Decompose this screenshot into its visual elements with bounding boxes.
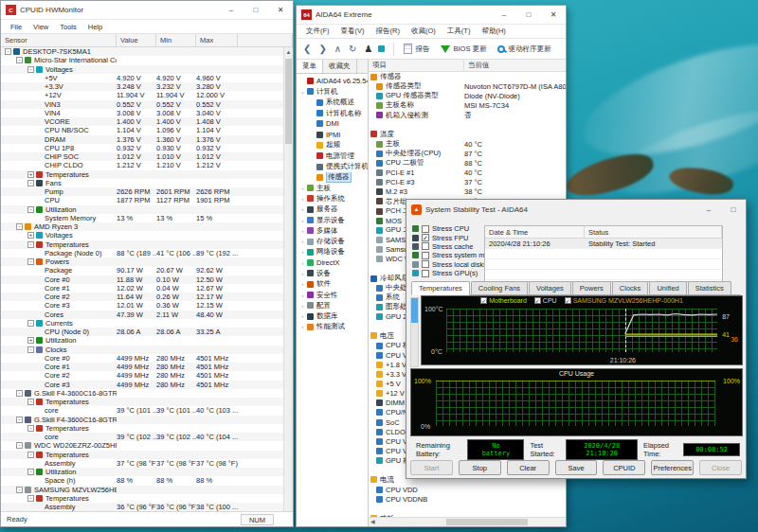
collapse-icon[interactable]: - bbox=[16, 487, 23, 493]
table-row[interactable]: +Utilization bbox=[1, 336, 293, 345]
chevron-right-icon[interactable]: › bbox=[298, 186, 307, 191]
tree-item[interactable]: IPMI bbox=[297, 129, 368, 139]
collapse-icon[interactable]: - bbox=[27, 320, 34, 327]
table-row[interactable]: Cores47.39 W2.11 W48.40 W bbox=[1, 310, 293, 319]
table-row[interactable]: -WDC WD20EZRZ-00Z5HB0 bbox=[1, 441, 293, 450]
tree-item[interactable]: 系统概述 bbox=[297, 98, 368, 108]
table-row[interactable]: Assembly36 °C (96 °F)36 °C (96 °F)38 °C … bbox=[1, 503, 293, 511]
section-header[interactable]: 传感器 bbox=[369, 72, 566, 81]
checkbox-checked[interactable]: ✓ bbox=[422, 234, 429, 241]
close-button[interactable]: ✕ bbox=[268, 1, 293, 19]
chevron-right-icon[interactable]: › bbox=[298, 206, 307, 212]
table-row[interactable]: -Temperatures bbox=[1, 494, 293, 503]
chevron-right-icon[interactable]: › bbox=[298, 313, 307, 319]
sensor-row[interactable]: 中央处理器(CPU)87 °C bbox=[369, 149, 566, 158]
chevron-right-icon[interactable]: › bbox=[298, 239, 307, 244]
tree-item[interactable]: ›显示设备 bbox=[297, 215, 368, 225]
chevron-right-icon[interactable]: › bbox=[298, 271, 307, 276]
back-icon[interactable]: ❮ bbox=[301, 44, 313, 54]
collapse-icon[interactable]: - bbox=[27, 425, 34, 432]
sensor-row[interactable]: 主板40 °C bbox=[369, 139, 566, 149]
table-row[interactable]: Assembly37 °C (98 °F)37 °C (98 °F)37 °C … bbox=[1, 459, 293, 468]
collapse-icon[interactable]: - bbox=[27, 399, 34, 405]
maximize-button[interactable]: □ bbox=[721, 200, 746, 219]
table-row[interactable]: +Temperatures bbox=[1, 170, 293, 179]
column-min[interactable]: Min bbox=[156, 34, 196, 46]
expand-icon[interactable]: + bbox=[27, 171, 34, 178]
tree-item[interactable]: 计算机名称 bbox=[297, 108, 368, 118]
table-row[interactable]: -Currents bbox=[1, 319, 293, 328]
collapse-icon[interactable]: - bbox=[27, 66, 34, 73]
table-row[interactable]: -Utilization bbox=[1, 468, 293, 476]
tree-item[interactable]: ›性能测试 bbox=[297, 322, 368, 332]
table-row[interactable]: Core #011.88 W0.10 W12.50 W bbox=[1, 275, 293, 284]
tree-item[interactable]: ›服务器 bbox=[297, 204, 368, 215]
tree-item[interactable]: ›软件 bbox=[297, 279, 368, 290]
hwmonitor-scrollbar[interactable]: ▲ bbox=[283, 47, 293, 511]
chevron-right-icon[interactable]: › bbox=[298, 196, 307, 202]
tab-voltages[interactable]: Voltages bbox=[529, 281, 571, 294]
hwmonitor-titlebar[interactable]: C CPUID HWMonitor – □ ✕ bbox=[1, 1, 293, 20]
tree-item[interactable]: ›网络设备 bbox=[297, 247, 368, 257]
tree-item[interactable]: ›配置 bbox=[297, 300, 368, 310]
table-row[interactable]: +Voltages bbox=[1, 231, 293, 239]
scrollbar-thumb[interactable] bbox=[285, 59, 292, 144]
tree-item[interactable]: 电源管理 bbox=[297, 151, 368, 161]
column-max[interactable]: Max bbox=[196, 34, 238, 46]
expand-icon[interactable]: + bbox=[27, 337, 34, 344]
sensor-row[interactable]: PCI-E #140 °C bbox=[369, 168, 566, 177]
collapse-icon[interactable]: - bbox=[27, 180, 34, 186]
table-row[interactable]: VCORE1.400 V1.400 V1.408 V bbox=[1, 117, 293, 126]
minimize-button[interactable]: – bbox=[492, 6, 516, 24]
chevron-right-icon[interactable]: › bbox=[298, 293, 307, 298]
menu-item-file[interactable]: File bbox=[5, 23, 27, 31]
tab-temperatures[interactable]: Temperatures bbox=[411, 281, 470, 295]
sensor-row[interactable]: CPU VDDNB bbox=[369, 494, 566, 504]
collapse-icon[interactable]: - bbox=[16, 223, 23, 230]
tree-item[interactable]: ›设备 bbox=[297, 268, 368, 278]
collapse-icon[interactable]: - bbox=[27, 452, 34, 458]
menu-item[interactable]: 文件(F) bbox=[300, 27, 335, 36]
save-button[interactable]: Save bbox=[555, 460, 598, 475]
table-row[interactable]: VIN30.552 V0.552 V0.552 V bbox=[1, 100, 293, 109]
log-row[interactable] bbox=[485, 270, 722, 280]
collapse-icon[interactable]: - bbox=[27, 206, 34, 213]
table-row[interactable]: Core #24499 MHz280 MHz4501 MHz bbox=[1, 371, 293, 380]
log-row[interactable]: 2020/4/28 21:10:26Stability Test: Starte… bbox=[485, 239, 722, 249]
table-row[interactable]: -G.Skill F4-3600C16-8GTRG bbox=[1, 389, 293, 398]
sensor-row[interactable]: 主板名称MSI MS-7C34 bbox=[369, 100, 566, 110]
tree-item[interactable]: ›多媒体 bbox=[297, 225, 368, 236]
table-row[interactable]: +5V4.920 V4.920 V4.960 V bbox=[1, 74, 293, 82]
column-current-value[interactable]: 当前值 bbox=[464, 60, 566, 71]
tab-powers[interactable]: Powers bbox=[572, 281, 611, 294]
clear-button[interactable]: Clear bbox=[507, 460, 550, 475]
menu-item[interactable]: 帮助(H) bbox=[476, 27, 511, 36]
refresh-icon[interactable]: ↻ bbox=[347, 44, 358, 54]
chevron-right-icon[interactable]: › bbox=[298, 260, 307, 266]
section-header[interactable]: 温度 bbox=[369, 130, 566, 139]
minimize-button[interactable]: – bbox=[219, 1, 244, 19]
menu-item-tools[interactable]: Tools bbox=[54, 23, 82, 31]
table-row[interactable]: Core #14499 MHz280 MHz4501 MHz bbox=[1, 363, 293, 371]
tree-item[interactable]: ›数据库 bbox=[297, 311, 368, 322]
table-row[interactable]: CPU (Node 0)28.06 A28.06 A33.25 A bbox=[1, 328, 293, 336]
table-row[interactable]: Core #04499 MHz280 MHz4501 MHz bbox=[1, 354, 293, 363]
tree-item[interactable]: AIDA64 v6.25.5400 bbox=[297, 76, 368, 86]
tab-cooling-fans[interactable]: Cooling Fans bbox=[471, 281, 528, 294]
table-row[interactable]: Core #211.64 W0.26 W12.17 W bbox=[1, 293, 293, 301]
table-row[interactable]: CHIP SOC1.012 V1.010 V1.012 V bbox=[1, 152, 293, 161]
table-row[interactable]: -Temperatures bbox=[1, 398, 293, 406]
table-row[interactable]: Package90.17 W20.67 W92.62 W bbox=[1, 266, 293, 275]
preferences-button[interactable]: Preferences bbox=[651, 460, 694, 475]
up-icon[interactable]: ∧ bbox=[333, 44, 343, 54]
bios-update-button[interactable]: BIOS 更新 bbox=[437, 44, 490, 55]
log-column-status[interactable]: Status bbox=[585, 226, 722, 238]
table-row[interactable]: +3.3V3.248 V3.232 V3.280 V bbox=[1, 82, 293, 91]
sensor-row[interactable]: PCI-E #337 °C bbox=[369, 178, 566, 187]
tree-item[interactable]: ›DirectX bbox=[297, 257, 368, 268]
cpuid-button[interactable]: CPUID bbox=[603, 460, 645, 475]
collapse-icon[interactable]: - bbox=[27, 258, 34, 265]
log-column-datetime[interactable]: Date & Time bbox=[485, 226, 585, 238]
table-row[interactable]: -Fans bbox=[1, 179, 293, 187]
tree-item[interactable]: ⌄计算机 bbox=[297, 86, 368, 97]
